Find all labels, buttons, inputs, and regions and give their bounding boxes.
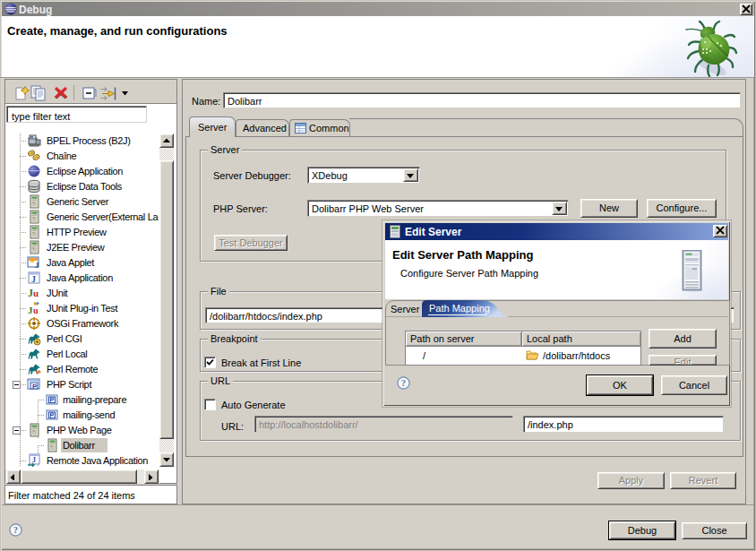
svg-text:?: ? <box>13 525 18 535</box>
svg-text:J: J <box>32 456 36 464</box>
svg-text:u: u <box>33 306 39 315</box>
svg-text:u: u <box>33 288 39 298</box>
svg-text:P: P <box>32 383 38 391</box>
svg-text:?: ? <box>401 378 406 388</box>
svg-text:J: J <box>35 261 39 270</box>
svg-text:J: J <box>31 274 36 284</box>
